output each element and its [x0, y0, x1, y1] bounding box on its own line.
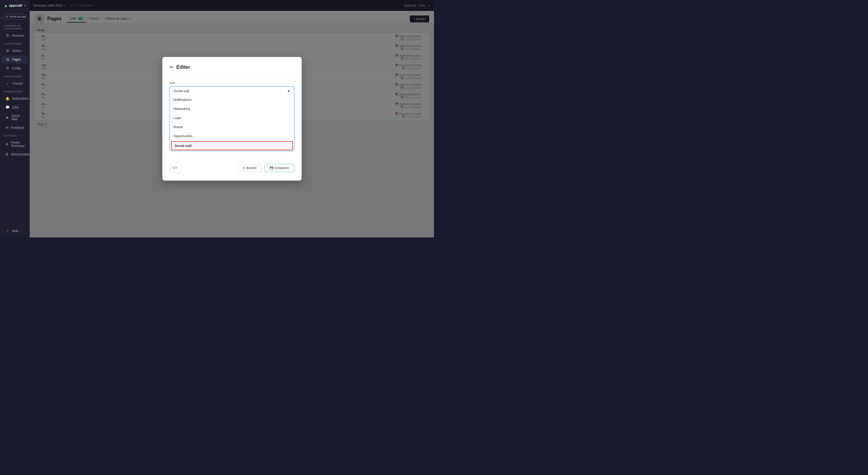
param-technique-icon: ⚙ — [5, 142, 8, 146]
save-button[interactable]: 💾 Enregistrer — [265, 164, 294, 172]
sidebar-item-apercu[interactable]: ⊞ Aperçu — [2, 47, 28, 55]
save-icon: 💾 — [270, 166, 273, 170]
sidebar-item-feedback[interactable]: ✉ Feedback — [2, 124, 28, 132]
logo-text: appcraft — [9, 4, 22, 7]
sidebar-item-social-wall[interactable]: ★ Social Wall — [2, 112, 28, 123]
type-select-container: Social wall ▼ Notifications Networking L… — [169, 86, 294, 151]
code-button[interactable]: </> — [169, 162, 181, 173]
section-label-plateforme: PLATEFORME — [0, 40, 30, 46]
social-wall-label: Social Wall — [11, 114, 24, 121]
modal-overlay: ✏ Editer type Social wall ▼ Notification… — [30, 0, 434, 237]
apercu-label: Aperçu — [12, 49, 22, 52]
checkin-label: Checkin — [12, 82, 23, 85]
access-site-button[interactable]: ⊙ Accès au site — [3, 13, 27, 20]
dropdown-item-iframe[interactable]: Iframe — [170, 122, 294, 131]
notifications-icon: 🔔 — [5, 97, 10, 100]
sidebar-logo: ▲ appcraft ≡ — [0, 0, 30, 11]
dropdown-item-opportunites[interactable]: Opportunités — [170, 131, 294, 141]
access-icon: ⊙ — [6, 15, 8, 18]
feedback-label: Feedback — [11, 126, 24, 129]
sidebar-item-pages[interactable]: ⊡ Pages — [2, 55, 28, 64]
logo: ▲ appcraft — [4, 3, 22, 8]
sessions-label: Sessions — [12, 34, 24, 37]
menu-toggle-icon[interactable]: ≡ — [24, 3, 26, 7]
dropdown-arrow-icon: ▼ — [287, 89, 290, 93]
modal-footer: </> ✕ Annuler 💾 Enregistrer — [169, 157, 294, 173]
modal-footer-actions: ✕ Annuler 💾 Enregistrer — [238, 164, 294, 172]
checkin-icon: ✓ — [5, 82, 10, 85]
pages-icon: ⊡ — [5, 58, 10, 61]
param-technique-label: Param. Technique — [11, 141, 25, 148]
pencil-icon: ✏ — [169, 64, 174, 70]
sidebar-item-sessions[interactable]: ☰ Sessions — [2, 31, 28, 40]
sidebar: ▲ appcraft ≡ ⊙ Accès au site DONNÉES DE … — [0, 0, 30, 237]
dropdown-item-social-wall[interactable]: Social wall — [171, 141, 293, 150]
modal-header: ✏ Editer — [169, 64, 294, 75]
save-label: Enregistrer — [274, 166, 289, 170]
cancel-icon: ✕ — [243, 166, 245, 170]
qa-label: Q&A — [12, 106, 19, 109]
notifications-label: Notifications — [12, 97, 28, 100]
selected-type-text: Social wall — [174, 89, 189, 93]
main-content: Séminaire juillet 2023 ▼ # YIYXlz8sfzntE… — [30, 0, 434, 237]
sidebar-item-notifications[interactable]: 🔔 Notifications — [2, 94, 28, 103]
cancel-button[interactable]: ✕ Annuler — [238, 164, 262, 172]
config-label: Config — [12, 67, 21, 70]
administration-icon: ⚙ — [5, 152, 8, 156]
feedback-icon: ✉ — [5, 126, 8, 130]
qa-icon: 💬 — [5, 106, 10, 109]
sidebar-item-checkin[interactable]: ✓ Checkin — [2, 79, 28, 88]
cancel-label: Annuler — [246, 166, 256, 170]
social-wall-icon: ★ — [5, 116, 9, 120]
config-icon: ⚙ — [5, 66, 10, 70]
dropdown-item-login[interactable]: Login — [170, 113, 294, 122]
type-dropdown-list: Notifications Networking Login Iframe Op… — [169, 95, 294, 151]
section-label-interaction: INTERACTION — [0, 88, 30, 94]
administration-label: Administration — [11, 153, 30, 156]
apercu-icon: ⊞ — [5, 49, 10, 53]
sidebar-item-qa[interactable]: 💬 Q&A — [2, 103, 28, 112]
sidebar-item-param-technique[interactable]: ⚙ Param. Technique — [2, 139, 28, 150]
section-label-settings: SETTINGS — [0, 132, 30, 139]
pages-label: Pages — [12, 58, 21, 61]
sidebar-item-config[interactable]: ⚙ Config — [2, 64, 28, 72]
edit-modal: ✏ Editer type Social wall ▼ Notification… — [162, 57, 302, 181]
sidebar-bottom: ? Aide — [0, 224, 30, 237]
section-label-emargement: EMARGEMENT — [0, 73, 30, 79]
sessions-icon: ☰ — [5, 34, 9, 37]
dropdown-item-notifications[interactable]: Notifications — [170, 95, 294, 104]
modal-title: Editer — [177, 64, 190, 70]
dropdown-item-networking[interactable]: Networking — [170, 104, 294, 113]
aide-icon: ? — [5, 229, 10, 233]
type-select-value[interactable]: Social wall ▼ — [169, 86, 294, 95]
sidebar-item-administration[interactable]: ⚙ Administration — [2, 150, 28, 158]
aide-label: Aide — [12, 229, 18, 233]
type-field-label: type — [169, 81, 294, 85]
section-label-donnees: DONNÉES DE L'ÉVÉNEMENT — [0, 22, 30, 31]
sidebar-item-aide[interactable]: ? Aide — [2, 227, 28, 235]
logo-icon: ▲ — [4, 3, 8, 8]
